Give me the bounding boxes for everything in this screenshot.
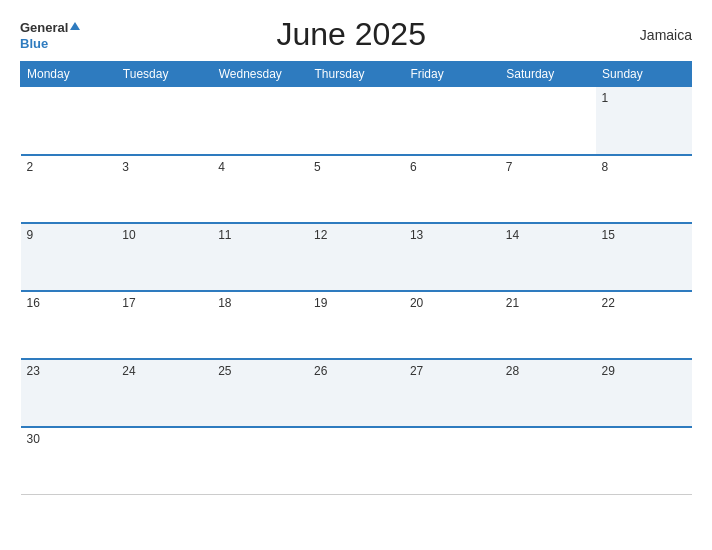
day-number: 22 xyxy=(602,296,615,310)
header-monday: Monday xyxy=(21,62,117,87)
day-number: 18 xyxy=(218,296,231,310)
logo-blue-text: Blue xyxy=(20,36,48,51)
calendar-cell: 18 xyxy=(212,291,308,359)
calendar-cell xyxy=(404,427,500,495)
calendar-table: Monday Tuesday Wednesday Thursday Friday… xyxy=(20,61,692,495)
calendar-cell: 23 xyxy=(21,359,117,427)
day-number: 12 xyxy=(314,228,327,242)
calendar-cell: 22 xyxy=(596,291,692,359)
header-friday: Friday xyxy=(404,62,500,87)
logo: General Blue xyxy=(20,19,80,51)
day-number: 1 xyxy=(602,91,609,105)
header-wednesday: Wednesday xyxy=(212,62,308,87)
day-number: 30 xyxy=(27,432,40,446)
day-number: 21 xyxy=(506,296,519,310)
calendar-week-row: 1 xyxy=(21,87,692,155)
day-number: 26 xyxy=(314,364,327,378)
day-number: 24 xyxy=(122,364,135,378)
header-sunday: Sunday xyxy=(596,62,692,87)
calendar-cell: 20 xyxy=(404,291,500,359)
calendar-week-row: 30 xyxy=(21,427,692,495)
header-tuesday: Tuesday xyxy=(116,62,212,87)
day-number: 3 xyxy=(122,160,129,174)
country-label: Jamaica xyxy=(622,27,692,43)
calendar-cell xyxy=(500,427,596,495)
calendar-cell: 4 xyxy=(212,155,308,223)
calendar-cell xyxy=(308,87,404,155)
calendar-cell xyxy=(404,87,500,155)
header: General Blue June 2025 Jamaica xyxy=(20,16,692,53)
calendar-cell: 29 xyxy=(596,359,692,427)
calendar-cell: 30 xyxy=(21,427,117,495)
day-number: 17 xyxy=(122,296,135,310)
calendar-cell: 24 xyxy=(116,359,212,427)
logo-triangle-icon xyxy=(70,22,80,30)
calendar-page: General Blue June 2025 Jamaica Monday Tu… xyxy=(0,0,712,550)
day-number: 19 xyxy=(314,296,327,310)
calendar-cell: 10 xyxy=(116,223,212,291)
header-saturday: Saturday xyxy=(500,62,596,87)
calendar-cell: 8 xyxy=(596,155,692,223)
calendar-cell: 21 xyxy=(500,291,596,359)
calendar-cell: 16 xyxy=(21,291,117,359)
day-number: 10 xyxy=(122,228,135,242)
calendar-cell: 5 xyxy=(308,155,404,223)
calendar-week-row: 23242526272829 xyxy=(21,359,692,427)
calendar-cell: 19 xyxy=(308,291,404,359)
day-number: 7 xyxy=(506,160,513,174)
calendar-cell xyxy=(212,87,308,155)
calendar-cell: 9 xyxy=(21,223,117,291)
logo-top: General xyxy=(20,19,80,35)
day-number: 15 xyxy=(602,228,615,242)
day-number: 8 xyxy=(602,160,609,174)
calendar-cell xyxy=(21,87,117,155)
day-number: 2 xyxy=(27,160,34,174)
day-number: 5 xyxy=(314,160,321,174)
calendar-cell: 25 xyxy=(212,359,308,427)
calendar-cell: 27 xyxy=(404,359,500,427)
day-number: 11 xyxy=(218,228,231,242)
calendar-week-row: 9101112131415 xyxy=(21,223,692,291)
day-number: 14 xyxy=(506,228,519,242)
calendar-cell: 17 xyxy=(116,291,212,359)
day-number: 29 xyxy=(602,364,615,378)
logo-general-text: General xyxy=(20,20,68,35)
day-number: 28 xyxy=(506,364,519,378)
weekday-header-row: Monday Tuesday Wednesday Thursday Friday… xyxy=(21,62,692,87)
calendar-cell: 2 xyxy=(21,155,117,223)
calendar-title: June 2025 xyxy=(80,16,622,53)
day-number: 25 xyxy=(218,364,231,378)
day-number: 6 xyxy=(410,160,417,174)
calendar-week-row: 2345678 xyxy=(21,155,692,223)
calendar-cell xyxy=(596,427,692,495)
calendar-cell xyxy=(116,87,212,155)
calendar-cell xyxy=(212,427,308,495)
day-number: 23 xyxy=(27,364,40,378)
day-number: 13 xyxy=(410,228,423,242)
calendar-cell: 26 xyxy=(308,359,404,427)
calendar-week-row: 16171819202122 xyxy=(21,291,692,359)
day-number: 4 xyxy=(218,160,225,174)
calendar-cell: 6 xyxy=(404,155,500,223)
calendar-cell: 3 xyxy=(116,155,212,223)
calendar-cell: 1 xyxy=(596,87,692,155)
calendar-cell: 13 xyxy=(404,223,500,291)
calendar-cell xyxy=(116,427,212,495)
calendar-cell xyxy=(308,427,404,495)
calendar-cell: 14 xyxy=(500,223,596,291)
day-number: 16 xyxy=(27,296,40,310)
calendar-cell: 11 xyxy=(212,223,308,291)
calendar-cell: 28 xyxy=(500,359,596,427)
header-thursday: Thursday xyxy=(308,62,404,87)
calendar-cell: 12 xyxy=(308,223,404,291)
calendar-cell: 15 xyxy=(596,223,692,291)
day-number: 9 xyxy=(27,228,34,242)
day-number: 27 xyxy=(410,364,423,378)
day-number: 20 xyxy=(410,296,423,310)
calendar-cell: 7 xyxy=(500,155,596,223)
calendar-cell xyxy=(500,87,596,155)
